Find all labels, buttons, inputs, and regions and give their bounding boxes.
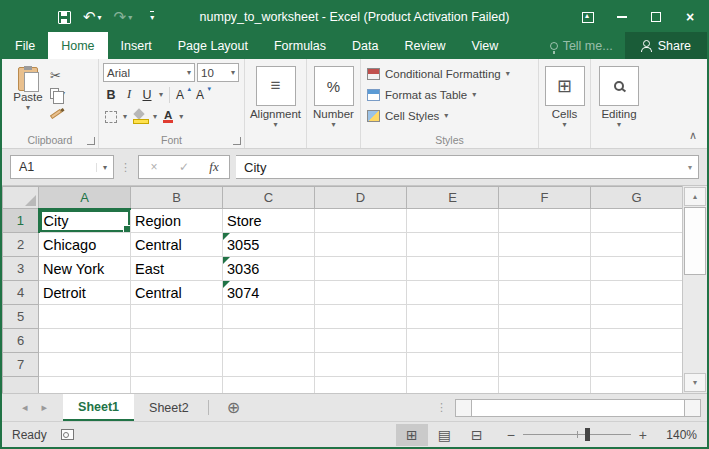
cell-c5[interactable] [223,305,315,329]
cell-d2[interactable] [315,233,407,257]
format-painter-button[interactable] [50,104,65,118]
formula-bar-expand-icon[interactable] [688,163,698,172]
tell-me-box[interactable]: Tell me... [538,32,625,59]
cell-clipped[interactable] [315,377,407,394]
copy-button[interactable] [50,86,65,100]
font-color-button[interactable]: A [163,110,173,123]
cell-c4[interactable]: 3074 [223,281,315,305]
number-dropdown-icon[interactable] [331,120,335,129]
insert-function-button[interactable]: fx [199,159,229,175]
zoom-slider-thumb[interactable] [585,428,590,441]
undo-dropdown-icon[interactable] [98,13,102,22]
cells-button[interactable] [545,66,585,106]
cell-e2[interactable] [407,233,499,257]
name-box[interactable]: A1 [10,155,114,179]
paste-dropdown-icon[interactable] [26,103,30,112]
zoom-in-icon[interactable] [639,427,647,443]
cell-e6[interactable] [407,329,499,353]
row-header-3[interactable]: 3 [3,257,39,281]
cell-f3[interactable] [499,257,591,281]
name-box-dropdown-icon[interactable] [96,163,113,172]
increase-font-size-button[interactable]: A [176,88,190,102]
cell-clipped[interactable] [39,377,131,394]
cell-d5[interactable] [315,305,407,329]
zoom-out-icon[interactable] [507,427,515,443]
borders-button[interactable] [105,111,117,123]
cell-g3[interactable] [591,257,683,281]
cell-f6[interactable] [499,329,591,353]
macro-record-icon[interactable] [61,429,74,440]
underline-button[interactable]: U [141,88,153,102]
cell-f7[interactable] [499,353,591,377]
scroll-left-icon[interactable] [455,399,472,417]
collapse-ribbon-icon[interactable] [689,129,697,142]
cell-clipped[interactable] [223,377,315,394]
editing-group[interactable]: Editing [591,59,647,148]
scroll-right-icon[interactable] [684,399,701,417]
horizontal-scrollbar[interactable] [455,399,701,417]
tab-data[interactable]: Data [339,32,391,59]
font-size-select[interactable]: 10 [197,63,239,82]
redo-button[interactable] [110,8,137,26]
cell-b7[interactable] [131,353,223,377]
tab-page-layout[interactable]: Page Layout [165,32,261,59]
cell-g4[interactable] [591,281,683,305]
cell-e3[interactable] [407,257,499,281]
fill-color-dropdown-icon[interactable] [153,112,157,121]
save-button[interactable] [54,11,75,24]
row-header-5[interactable]: 5 [3,305,39,329]
cell-e1[interactable] [407,209,499,233]
cell-c6[interactable] [223,329,315,353]
cell-a3[interactable]: New York [39,257,131,281]
cut-button[interactable] [50,68,65,82]
cell-g2[interactable] [591,233,683,257]
zoom-level[interactable]: 140% [655,428,697,442]
row-header-4[interactable]: 4 [3,281,39,305]
tab-review[interactable]: Review [391,32,458,59]
zoom-slider[interactable] [523,428,631,441]
page-layout-view-button[interactable] [428,424,461,446]
cell-e5[interactable] [407,305,499,329]
cell-d7[interactable] [315,353,407,377]
cell-d4[interactable] [315,281,407,305]
cell-a2[interactable]: Chicago [39,233,131,257]
cell-g5[interactable] [591,305,683,329]
tab-home[interactable]: Home [48,32,107,59]
horizontal-scrollbar-thumb[interactable] [472,399,684,417]
cell-a5[interactable] [39,305,131,329]
share-button[interactable]: Share [625,32,707,59]
column-header-d[interactable]: D [315,187,407,209]
cell-grid[interactable]: A B C D E F G 1 City Region Store [2,186,682,393]
column-header-f[interactable]: F [499,187,591,209]
cell-clipped[interactable] [407,377,499,394]
confirm-entry-button[interactable] [169,160,199,174]
editing-dropdown-icon[interactable] [617,120,621,129]
tab-file[interactable]: File [2,32,48,59]
customize-qat-button[interactable] [140,11,158,23]
cell-c7[interactable] [223,353,315,377]
cell-f5[interactable] [499,305,591,329]
tab-view[interactable]: View [458,32,511,59]
decrease-font-size-button[interactable]: A [196,88,210,102]
format-as-table-button[interactable]: Format as Table [365,84,534,105]
cell-clipped[interactable] [591,377,683,394]
fill-color-button[interactable] [133,110,147,123]
sheet-tab-sheet1[interactable]: Sheet1 [63,394,134,421]
cell-d1[interactable] [315,209,407,233]
vertical-scrollbar[interactable] [682,186,707,393]
cell-d3[interactable] [315,257,407,281]
row-header-6[interactable]: 6 [3,329,39,353]
cell-a6[interactable] [39,329,131,353]
cell-a4[interactable]: Detroit [39,281,131,305]
normal-view-button[interactable] [396,424,428,446]
underline-dropdown-icon[interactable] [159,90,163,99]
cell-f4[interactable] [499,281,591,305]
cell-f2[interactable] [499,233,591,257]
clipboard-dialog-launcher-icon[interactable] [87,137,95,145]
vertical-scrollbar-track[interactable] [683,275,707,372]
cell-c2[interactable]: 3055 [223,233,315,257]
close-button[interactable] [673,2,707,32]
cell-clipped[interactable] [131,377,223,394]
row-header-clipped[interactable] [3,377,39,394]
row-header-7[interactable]: 7 [3,353,39,377]
